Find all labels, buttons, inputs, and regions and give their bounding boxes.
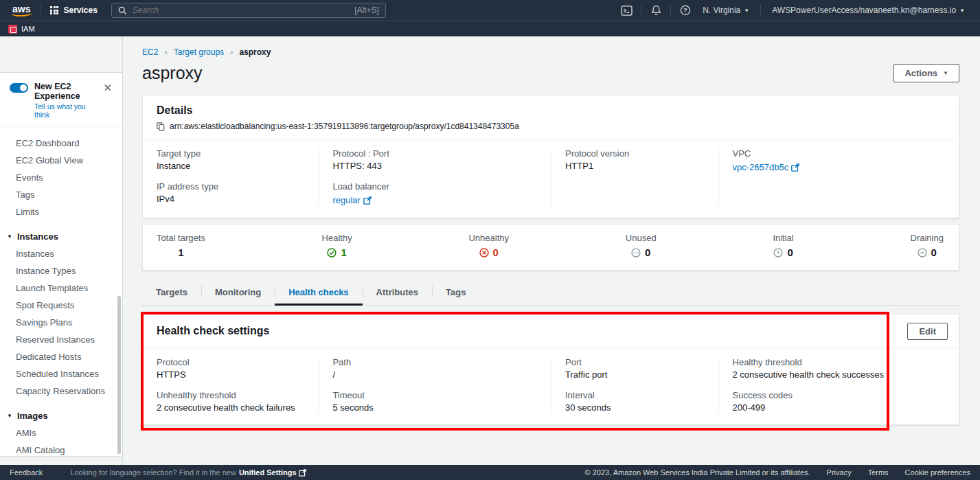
sidebar-section-instances[interactable]: ▼ Instances [0, 228, 122, 245]
load-balancer-link[interactable]: regular [332, 195, 371, 205]
unified-settings-link[interactable]: Unified Settings [239, 468, 306, 477]
breadcrumb-current: asproxy [239, 47, 271, 57]
help-icon[interactable]: ? [675, 3, 696, 18]
divider [40, 4, 41, 16]
sidebar-item-instance-types[interactable]: Instance Types [0, 262, 122, 279]
services-menu[interactable]: Services [45, 5, 102, 15]
hc-protocol-label: Protocol [157, 357, 306, 367]
details-card: Details arn:aws:elasticloadbalancing:us-… [142, 95, 959, 218]
chevron-down-icon: ▼ [959, 8, 965, 14]
sidebar-item-instances[interactable]: Instances [0, 245, 122, 262]
iam-label: IAM [21, 25, 35, 33]
vpc-label: VPC [733, 148, 946, 159]
sidebar-item-ec2-global-view[interactable]: EC2 Global View [0, 152, 122, 169]
hc-unhealthy-threshold-value: 2 consecutive health check failures [157, 402, 306, 413]
ip-address-type-label: IP address type [157, 181, 306, 192]
copy-icon[interactable] [157, 122, 165, 131]
new-experience-toggle[interactable] [10, 83, 28, 93]
sidebar-item-savings-plans[interactable]: Savings Plans [0, 314, 122, 331]
hc-path-value: / [332, 369, 538, 380]
tab-tags[interactable]: Tags [432, 281, 479, 305]
sidebar-item-tags[interactable]: Tags [0, 186, 122, 203]
sidebar-item-capacity-reservations[interactable]: Capacity Reservations [0, 382, 122, 400]
sidebar-item-scheduled-instances[interactable]: Scheduled Instances [0, 365, 122, 382]
search-input[interactable] [133, 5, 354, 15]
close-icon[interactable]: ✕ [101, 82, 114, 94]
breadcrumb: EC2 › Target groups › asproxy [142, 47, 959, 57]
sidebar-scrollbar[interactable] [117, 296, 121, 454]
iam-shortcut[interactable]: IAM [8, 25, 35, 34]
notifications-bell-icon[interactable] [646, 3, 666, 18]
sidebar-item-launch-templates[interactable]: Launch Templates [0, 279, 122, 297]
page-title: asproxy [142, 63, 203, 83]
external-link-icon [299, 469, 306, 477]
cloudshell-icon[interactable] [616, 3, 637, 18]
initial-clock-icon [773, 248, 783, 258]
chevron-down-icon: ▼ [943, 70, 948, 76]
divider [760, 4, 761, 16]
vpc-link[interactable]: vpc-2657db5c [733, 162, 800, 172]
search-icon [118, 6, 127, 15]
hc-unhealthy-threshold-label: Unhealthy threshold [157, 390, 306, 400]
hc-timeout-value: 5 seconds [332, 402, 538, 413]
feedback-link[interactable]: Feedback [10, 468, 43, 477]
sidebar-item-reserved-instances[interactable]: Reserved Instances [0, 331, 122, 348]
target-type-value: Instance [157, 161, 306, 171]
new-experience-banner: New EC2 Experience Tell us what you thin… [0, 73, 122, 126]
unhealthy-count: Unhealthy 0 [468, 233, 509, 260]
protocol-port-value: HTTPS: 443 [332, 161, 538, 171]
divider [641, 4, 641, 16]
region-selector[interactable]: N. Virginia ▼ [696, 5, 756, 15]
terms-link[interactable]: Terms [868, 468, 889, 477]
sidebar-section-images[interactable]: ▼ Images [0, 407, 122, 424]
caret-down-icon: ▼ [7, 413, 12, 419]
iam-service-icon [8, 25, 17, 34]
sidebar-item-dedicated-hosts[interactable]: Dedicated Hosts [0, 348, 122, 365]
hc-healthy-threshold-label: Healthy threshold [733, 357, 946, 367]
edit-button[interactable]: Edit [907, 323, 948, 340]
load-balancer-label: Load balancer [332, 181, 538, 192]
caret-down-icon: ▼ [7, 233, 12, 240]
search-shortcut: [Alt+S] [354, 5, 379, 15]
tab-bar: Targets Monitoring Health checks Attribu… [142, 281, 959, 306]
protocol-port-label: Protocol : Port [332, 148, 538, 159]
svg-text:?: ? [683, 7, 687, 14]
sidebar-item-ec2-dashboard[interactable]: EC2 Dashboard [0, 135, 122, 152]
sidebar-item-events[interactable]: Events [0, 169, 122, 186]
sidebar: New EC2 Experience Tell us what you thin… [0, 36, 123, 465]
hc-path-label: Path [332, 357, 538, 367]
sidebar-item-limits[interactable]: Limits [0, 203, 122, 220]
search-box[interactable]: [Alt+S] [111, 3, 386, 18]
breadcrumb-ec2[interactable]: EC2 [142, 47, 158, 57]
breadcrumb-target-groups[interactable]: Target groups [174, 47, 224, 57]
draining-minus-icon [918, 248, 927, 258]
tab-attributes[interactable]: Attributes [363, 281, 432, 305]
total-targets: Total targets 1 [157, 233, 205, 260]
targets-summary-card: Total targets 1 Healthy 1 Unhealthy 0 Un… [142, 224, 959, 271]
tab-monitoring[interactable]: Monitoring [201, 281, 275, 305]
services-label: Services [63, 5, 97, 15]
ip-address-type-value: IPv4 [157, 194, 306, 204]
cookie-preferences-link[interactable]: Cookie preferences [905, 468, 970, 477]
hc-success-codes-value: 200-499 [733, 402, 946, 413]
actions-button[interactable]: Actions ▼ [893, 64, 959, 82]
account-menu[interactable]: AWSPowerUserAccess/navaneeth.kn@harness.… [765, 5, 972, 15]
breadcrumb-separator-icon: › [164, 47, 167, 57]
footer: Feedback Looking for language selection?… [0, 465, 980, 480]
unused-icon [631, 248, 641, 258]
privacy-link[interactable]: Privacy [827, 468, 852, 477]
external-link-icon [363, 196, 372, 205]
aws-logo[interactable]: aws [7, 3, 36, 17]
tell-us-link[interactable]: Tell us what you think [34, 102, 101, 119]
sidebar-item-amis[interactable]: AMIs [0, 424, 122, 442]
sidebar-item-spot-requests[interactable]: Spot Requests [0, 297, 122, 314]
tab-targets[interactable]: Targets [142, 281, 201, 305]
sidebar-item-ami-catalog[interactable]: AMI Catalog [0, 442, 122, 457]
account-label: AWSPowerUserAccess/navaneeth.kn@harness.… [772, 5, 956, 15]
sidebar-panel: New EC2 Experience Tell us what you thin… [0, 72, 122, 457]
protocol-version-value: HTTP1 [565, 161, 706, 171]
draining-count: Draining 0 [911, 233, 944, 260]
tab-health-checks[interactable]: Health checks [275, 281, 362, 305]
healthy-check-icon [327, 248, 337, 258]
chevron-down-icon: ▼ [744, 8, 749, 14]
